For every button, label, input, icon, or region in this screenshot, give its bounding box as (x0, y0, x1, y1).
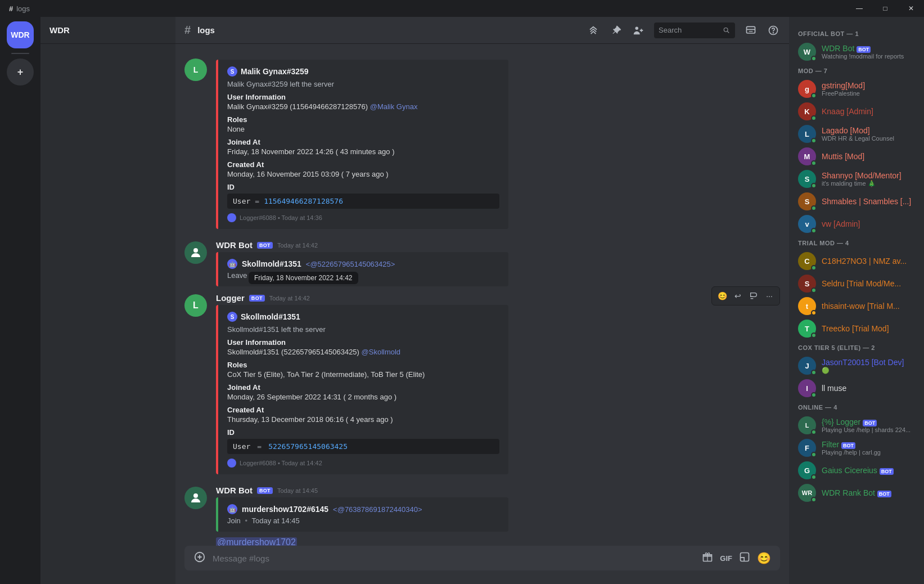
member-jasont[interactable]: J JasonT20015 [Bot Dev] 🟢 (794, 354, 920, 377)
embed-card-wdr2: 🤖 murdershow1702#6145 <@7638786918724403… (216, 497, 508, 532)
member-avatar-treecko: T (798, 320, 816, 338)
member-avatar-shmables: S (798, 192, 816, 210)
msg-content-wdr1: WDR Bot BOT Today at 14:42 🤖 Skollmold#1… (216, 240, 780, 286)
embed-mention2[interactable]: <@763878691872440340> (333, 505, 422, 514)
leave-join-line-prev: Malik Gynax#3259 left the server (227, 80, 499, 88)
embed-title-prev: S Malik Gynax#3259 (227, 66, 499, 77)
reply-button[interactable]: ↩ (731, 289, 745, 303)
embed-userinfo-val: Skollmold#1351 (522657965145063425) @Sko… (227, 348, 499, 356)
server-icon-active[interactable]: WDR (7, 21, 34, 48)
member-sub-lagado: WDR HR & Legal Counsel (822, 135, 915, 142)
mention-murdershow[interactable]: @murdershow1702 (216, 537, 297, 546)
minimize-button[interactable]: — (846, 0, 872, 17)
member-shmables[interactable]: S Shmables | Snambles [...] (794, 190, 920, 213)
add-attachment-button[interactable] (193, 551, 206, 566)
embed-field-userinfo-logger1: User Information Skollmold#1351 (5226579… (227, 338, 499, 356)
search-bar[interactable] (654, 23, 735, 38)
gif-icon[interactable]: GIF (720, 554, 732, 563)
member-gstring[interactable]: g gstring[Mod] FreePalestine (794, 78, 920, 100)
react-button[interactable]: 😊 (715, 289, 729, 303)
member-treecko[interactable]: T Treecko [Trial Mod] (794, 317, 920, 340)
add-friend-icon[interactable] (632, 24, 645, 37)
embed-field-created-logger1: Created At Thursday, 13 December 2018 06… (227, 406, 499, 424)
server-divider (11, 53, 29, 54)
embed-bot2-icon: 🤖 (227, 504, 237, 514)
member-seldru[interactable]: S Seldru [Trial Mod/Me... (794, 272, 920, 295)
embed-card-logger1: S Skollmold#1351 Skollmold#1351 left the… (216, 305, 508, 474)
server-icon-1[interactable]: + (7, 59, 34, 86)
server-sidebar: WDR + (0, 17, 40, 584)
member-name-shmables: Shmables | Snambles [...] (822, 197, 915, 206)
member-c18[interactable]: C C18H27NO3 | NMZ av... (794, 250, 920, 272)
gift-icon[interactable] (702, 551, 713, 565)
more-options-button[interactable]: ··· (763, 289, 776, 303)
svg-point-5 (193, 248, 198, 253)
status-dot-wdrbot (811, 56, 817, 61)
embed-mention[interactable]: <@522657965145063425> (306, 260, 395, 268)
status-jasont (811, 370, 817, 375)
member-info-treecko: Treecko [Trial Mod] (822, 324, 915, 333)
embed-field-joined-prev: Joined At Friday, 18 November 2022 14:26… (227, 138, 499, 156)
embed-field-userinfo-prev: User Information Malik Gynax#3259 (11564… (227, 93, 499, 111)
author-name-logger1[interactable]: Logger (216, 293, 245, 303)
embed-field-joined-logger1: Joined At Monday, 26 September 2022 14:3… (227, 383, 499, 401)
embed-title-text-logger1: Skollmold#1351 (241, 312, 300, 321)
member-name-gstring: gstring[Mod] (822, 81, 915, 90)
channel-header: # logs (175, 17, 789, 44)
leave-join-logger1: Skollmold#1351 left the server (227, 325, 499, 334)
member-sub-wdrbot: Watching !modmail for reports (822, 53, 915, 60)
member-info-seldru: Seldru [Trial Mod/Me... (822, 279, 915, 288)
member-avatar-muttis: M (798, 147, 816, 165)
avatar-logger-prev: L (184, 59, 207, 81)
member-thisaint[interactable]: t thisaint-wow [Trial M... (794, 295, 920, 317)
member-lagado[interactable]: L Lagado [Mod] WDR HR & Legal Counsel (794, 123, 920, 145)
embed-title-logger1: S Skollmold#1351 (227, 312, 499, 322)
member-avatar-gstring: g (798, 80, 816, 98)
sticker-icon[interactable] (739, 551, 750, 565)
title-bar: # logs — □ ✕ (0, 0, 924, 17)
member-knaag[interactable]: K Knaag [Admin] (794, 100, 920, 123)
member-avatar-jasont: J (798, 357, 816, 375)
member-shannyo[interactable]: S Shannyo [Mod/Mentor] it's malding time… (794, 168, 920, 190)
member-wdrbot[interactable]: W WDR Bot BOT Watching !modmail for repo… (794, 41, 920, 63)
close-button[interactable]: ✕ (898, 0, 924, 17)
embed-user-icon-logger1: S (227, 312, 237, 322)
author-name-wdr1[interactable]: WDR Bot (216, 240, 253, 250)
member-info-gstring: gstring[Mod] FreePalestine (822, 81, 915, 97)
pin-icon[interactable] (609, 24, 623, 37)
member-gaius[interactable]: G Gaius Cicereius BOT (794, 459, 920, 482)
member-avatar-shannyo: S (798, 170, 816, 188)
section-header-officialbot: OFFICIAL BOT — 1 (794, 26, 920, 39)
msg-header-wdr2: WDR Bot BOT Today at 14:45 (216, 486, 780, 495)
member-name-vw: vw [Admin] (822, 219, 915, 228)
avatar-logger1: L (184, 294, 207, 317)
member-wdrrank[interactable]: WR WDR Rank Bot BOT (794, 482, 920, 504)
inbox-icon[interactable] (744, 24, 758, 37)
member-llmuse[interactable]: l ll muse (794, 377, 920, 399)
search-input[interactable] (659, 26, 719, 34)
status-gstring (811, 93, 817, 98)
member-avatar-gaius: G (798, 461, 816, 479)
member-filter-bot[interactable]: F Filter BOT Playing /help | carl.gg (794, 437, 920, 459)
msg-content-wdr2: WDR Bot BOT Today at 14:45 🤖 murdershow1… (216, 486, 780, 532)
member-logger-bot[interactable]: L {%} Logger BOT Playing Use /help | sha… (794, 414, 920, 437)
member-vw[interactable]: v vw [Admin] (794, 213, 920, 235)
member-avatar-c18: C (798, 252, 816, 270)
msg-content-logger1: Logger BOT Today at 14:42 S Skollmold#13… (216, 293, 780, 474)
maximize-button[interactable]: □ (872, 0, 898, 17)
embed-field-id-prev: ID User = 115649466287128576 (227, 183, 499, 209)
create-thread-button[interactable] (747, 289, 760, 303)
embed-field-created-prev: Created At Monday, 16 November 2015 03:0… (227, 160, 499, 178)
help-icon[interactable] (767, 24, 780, 37)
boost-icon[interactable] (587, 24, 600, 37)
member-avatar-logger-bot: L (798, 416, 816, 434)
member-info-shannyo: Shannyo [Mod/Mentor] it's malding time 🎄 (822, 171, 915, 187)
mention-skollmold[interactable]: @Skollmold (362, 348, 401, 356)
section-header-cox: COX TIER 5 (ELITE) — 2 (794, 340, 920, 353)
member-muttis[interactable]: M Muttis [Mod] (794, 145, 920, 168)
channel-hash-icon: # (184, 24, 191, 37)
mention-prev[interactable]: @Malik Gynax (370, 102, 418, 111)
emoji-icon[interactable]: 😊 (757, 551, 771, 565)
message-input[interactable] (213, 554, 695, 563)
author-name-wdr2[interactable]: WDR Bot (216, 486, 253, 495)
